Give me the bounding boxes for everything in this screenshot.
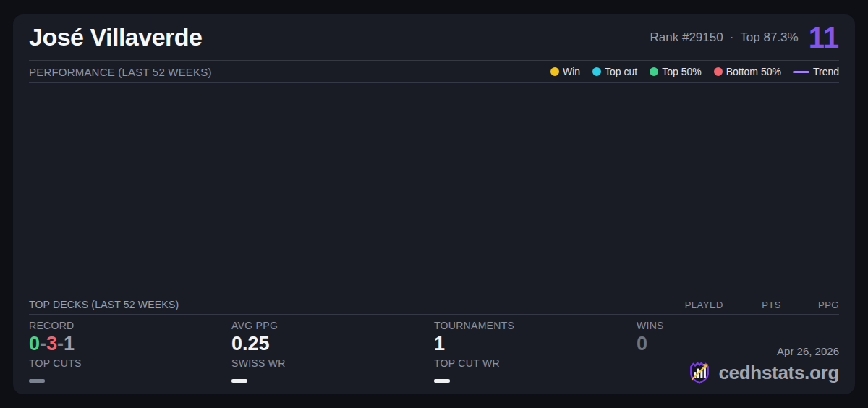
legend-item-top-cut: Top cut [592,66,637,77]
cedhstats-shield-logo-icon [686,360,712,386]
performance-header-row: PERFORMANCE (LAST 52 WEEKS) Win Top cut … [29,61,839,83]
top-cut-dot-icon [592,67,601,76]
tournaments-value: 1 [434,333,637,355]
stat-label: TOP CUTS [29,357,231,369]
stat-label: SWISS WR [231,357,434,369]
legend-item-win: Win [550,66,580,77]
column-header-pts: PTS [723,299,781,310]
win-dot-icon [550,67,559,76]
chart-legend: Win Top cut Top 50% Bottom 50% Trend [550,66,839,77]
performance-section-title: PERFORMANCE (LAST 52 WEEKS) [29,66,212,78]
record-draws: 1 [64,333,75,354]
swiss-wr-empty-dash [231,379,247,383]
legend-label: Trend [813,66,839,77]
stat-top-cuts: TOP CUTS [29,357,231,395]
stat-avg-ppg: AVG PPG 0.25 [231,320,434,357]
record-dash: - [57,333,64,354]
player-name: José Villaverde [29,23,202,51]
stat-tournaments: TOURNAMENTS 1 [434,320,637,357]
legend-label: Top cut [605,66,637,77]
legend-item-trend: Trend [793,66,839,77]
rank-separator-dot: · [730,30,734,45]
top-percent-label: Top 87.3% [740,30,798,45]
record-value: 0-3-1 [29,333,231,355]
trend-line-icon [793,71,809,73]
player-stats-card: José Villaverde Rank #29150 · Top 87.3% … [13,14,855,394]
top-cut-wr-empty-dash [434,379,450,383]
legend-item-top-50: Top 50% [650,66,701,77]
record-wins: 0 [29,333,40,354]
column-header-played: PLAYED [665,299,723,310]
rank-label: Rank #29150 [650,30,723,45]
record-losses: 3 [46,333,57,354]
column-header-ppg: PPG [781,299,839,310]
footer-watermark: Apr 26, 2026 cedhstats.org [686,345,839,386]
stat-label: WINS [637,320,839,331]
score-value: 11 [809,23,839,52]
site-name: cedhstats.org [718,362,839,384]
avg-ppg-value: 0.25 [231,333,434,355]
stat-top-cut-wr: TOP CUT WR [434,357,637,395]
top-decks-column-headers: PLAYED PTS PPG [665,299,839,310]
card-header: José Villaverde Rank #29150 · Top 87.3% … [29,14,839,61]
stat-record: RECORD 0-3-1 [29,320,231,357]
performance-chart-area [29,83,839,295]
generated-date: Apr 26, 2026 [686,345,839,357]
rank-line: Rank #29150 · Top 87.3% [650,30,799,45]
rank-cluster: Rank #29150 · Top 87.3% 11 [650,23,839,52]
top-50-dot-icon [650,67,658,76]
stat-label: TOP CUT WR [434,357,637,369]
site-branding: cedhstats.org [686,360,839,386]
stat-label: TOURNAMENTS [434,320,637,331]
stat-label: AVG PPG [231,320,434,331]
legend-label: Top 50% [662,66,701,77]
top-cuts-empty-dash [29,379,45,383]
top-decks-section-title: TOP DECKS (LAST 52 WEEKS) [29,299,179,310]
legend-label: Win [563,66,580,77]
top-decks-header-row: TOP DECKS (LAST 52 WEEKS) PLAYED PTS PPG [29,295,839,315]
legend-item-bottom-50: Bottom 50% [714,66,781,77]
legend-label: Bottom 50% [726,66,781,77]
record-dash: - [40,333,46,354]
bottom-50-dot-icon [714,67,723,76]
stat-label: RECORD [29,320,231,331]
stat-swiss-wr: SWISS WR [231,357,434,395]
